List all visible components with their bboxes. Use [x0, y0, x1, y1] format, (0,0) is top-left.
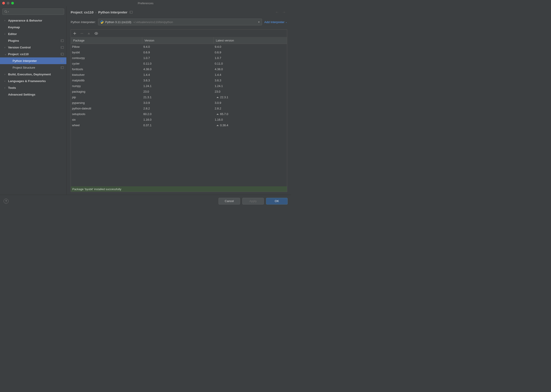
search-input[interactable]: ▾: [2, 8, 64, 15]
show-early-releases-button[interactable]: [94, 32, 98, 35]
sidebar-item-build-execution-deployment[interactable]: ›Build, Execution, Deployment: [0, 71, 66, 77]
package-latest: 2.8.2: [214, 106, 287, 111]
upgrade-available-icon: [217, 125, 219, 126]
packages-list: Pillow9.4.09.4.0byubit0.6.90.6.9contourp…: [71, 44, 287, 186]
column-header-version[interactable]: Version: [142, 37, 214, 44]
sidebar-item-label: Python Interpreter: [13, 59, 61, 63]
packages-panel: Package Version Latest version Pillow9.4…: [71, 29, 287, 192]
chevron-right-icon: ›: [95, 10, 97, 14]
sidebar-item-advanced-settings[interactable]: Advanced Settings: [0, 91, 66, 98]
maximize-icon[interactable]: [11, 2, 14, 5]
package-name: pyparsing: [71, 100, 142, 106]
package-row[interactable]: matplotlib3.6.33.6.3: [71, 77, 287, 83]
package-row[interactable]: pyparsing3.0.93.0.9: [71, 100, 287, 106]
package-version: 3.0.9: [142, 100, 214, 106]
settings-tree: ›Appearance & Behavior Keymap›Editor Plu…: [0, 17, 66, 195]
package-row[interactable]: Pillow9.4.09.4.0: [71, 44, 287, 49]
titlebar: Preferences: [0, 0, 291, 6]
package-row[interactable]: python-dateutil2.8.22.8.2: [71, 106, 287, 111]
package-version: 1.0.7: [142, 55, 214, 61]
package-version: 1.4.4: [142, 72, 214, 77]
package-latest: 9.4.0: [214, 44, 287, 49]
sidebar-item-label: Advanced Settings: [8, 93, 64, 96]
package-row[interactable]: wheel0.37.10.38.4: [71, 122, 287, 128]
interpreter-select[interactable]: Python 3.11 (cs110) ~/.virtualenvs/cs110…: [98, 19, 262, 25]
package-version: 0.37.1: [142, 122, 214, 128]
package-row[interactable]: fonttools4.38.04.38.0: [71, 66, 287, 72]
package-row[interactable]: kiwisolver1.4.41.4.4: [71, 72, 287, 77]
close-icon[interactable]: [2, 2, 5, 5]
sidebar-item-label: Editor: [8, 32, 64, 36]
chevron-right-icon: ›: [5, 46, 8, 49]
sidebar: ▾ ›Appearance & Behavior Keymap›Editor P…: [0, 6, 67, 195]
remove-package-button[interactable]: [80, 32, 84, 35]
package-name: python-dateutil: [71, 106, 142, 111]
package-latest: 0.6.9: [214, 49, 287, 55]
package-name: matplotlib: [71, 77, 142, 83]
package-name: byubit: [71, 49, 142, 55]
help-button[interactable]: ?: [4, 199, 8, 204]
chevron-down-icon: ⌄: [5, 53, 8, 55]
add-interpreter-link[interactable]: Add Interpreter ⌄: [264, 21, 287, 24]
sidebar-item-keymap[interactable]: Keymap: [0, 24, 66, 30]
upgrade-package-button[interactable]: [87, 32, 90, 35]
package-version: 2.8.2: [142, 106, 214, 111]
sidebar-item-label: Plugins: [8, 39, 61, 42]
sidebar-item-languages-frameworks[interactable]: ›Languages & Frameworks: [0, 77, 66, 84]
svg-line-1: [6, 12, 7, 13]
package-latest: 0.11.0: [214, 61, 287, 66]
package-version: 0.11.0: [142, 61, 214, 66]
chevron-down-icon: ▼: [258, 21, 260, 23]
chevron-right-icon: [5, 93, 8, 96]
interpreter-row: Python Interpreter: Python 3.11 (cs110) …: [67, 19, 291, 29]
search-icon: [4, 10, 7, 13]
packages-header: Package Version Latest version: [71, 37, 287, 44]
sidebar-item-editor[interactable]: ›Editor: [0, 30, 66, 37]
sidebar-item-python-interpreter[interactable]: Python Interpreter: [0, 57, 66, 64]
column-header-latest[interactable]: Latest version: [214, 37, 287, 44]
chevron-down-icon: ⌄: [285, 21, 287, 23]
breadcrumb: Project: cs110 › Python Interpreter ← →: [67, 6, 291, 19]
plus-icon: [73, 32, 76, 35]
add-package-button[interactable]: [73, 32, 76, 35]
package-row[interactable]: six1.16.01.16.0: [71, 117, 287, 122]
sidebar-item-project-cs110[interactable]: ⌄Project: cs110: [0, 51, 66, 57]
package-row[interactable]: numpy1.24.11.24.1: [71, 83, 287, 89]
sidebar-item-version-control[interactable]: ›Version Control: [0, 44, 66, 51]
chevron-right-icon: ›: [5, 73, 8, 76]
nav-back-icon[interactable]: ←: [275, 10, 279, 14]
ok-button[interactable]: OK: [266, 198, 288, 204]
package-name: contourpy: [71, 55, 142, 61]
chevron-right-icon: ›: [5, 80, 8, 82]
package-row[interactable]: pip21.3.122.3.1: [71, 94, 287, 100]
package-version: 0.6.9: [142, 49, 214, 55]
package-row[interactable]: byubit0.6.90.6.9: [71, 49, 287, 55]
sidebar-item-plugins[interactable]: Plugins: [0, 37, 66, 44]
minimize-icon[interactable]: [7, 2, 9, 5]
cancel-button[interactable]: Cancel: [219, 198, 240, 204]
sidebar-item-label: Tools: [8, 86, 64, 90]
package-row[interactable]: setuptools60.2.065.7.0: [71, 111, 287, 117]
package-row[interactable]: cycler0.11.00.11.0: [71, 61, 287, 66]
sidebar-item-tools[interactable]: ›Tools: [0, 84, 66, 91]
column-header-package[interactable]: Package: [71, 37, 142, 44]
sidebar-item-label: Version Control: [8, 46, 61, 49]
triangle-up-icon: [87, 32, 90, 35]
sidebar-item-appearance-behavior[interactable]: ›Appearance & Behavior: [0, 17, 66, 24]
package-latest: 1.16.0: [214, 117, 287, 122]
package-latest: 1.24.1: [214, 83, 287, 89]
package-version: 23.0: [142, 89, 214, 94]
package-row[interactable]: packaging23.023.0: [71, 89, 287, 94]
apply-button[interactable]: Apply: [242, 198, 264, 204]
sidebar-item-project-structure[interactable]: Project Structure: [0, 64, 66, 71]
chevron-right-icon: ›: [5, 87, 8, 89]
package-latest: 3.0.9: [214, 100, 287, 106]
package-row[interactable]: contourpy1.0.71.0.7: [71, 55, 287, 61]
window-controls: [2, 2, 14, 5]
python-icon: [100, 20, 104, 24]
project-scope-icon: [130, 11, 133, 14]
sidebar-item-label: Project: cs110: [8, 52, 61, 56]
nav-forward-icon[interactable]: →: [282, 10, 286, 14]
breadcrumb-segment[interactable]: Project: cs110: [71, 10, 93, 14]
package-version: 1.16.0: [142, 117, 214, 122]
